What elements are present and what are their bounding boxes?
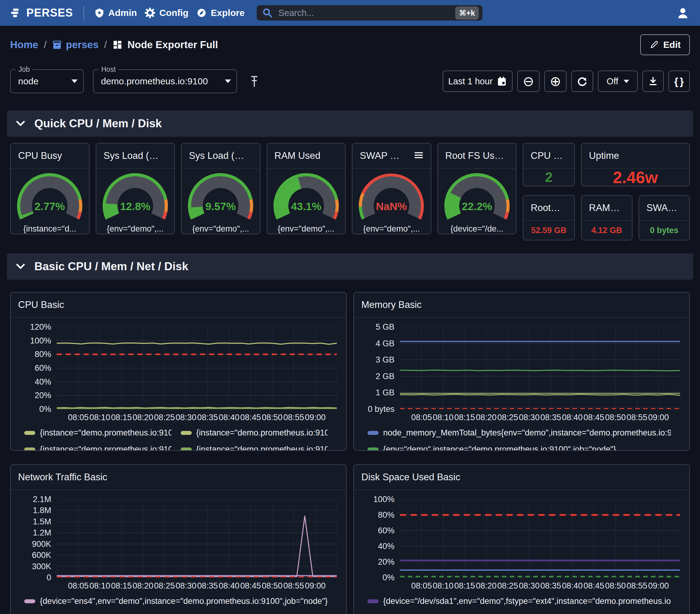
- stats-row-1: CPU …2Uptime2.46w: [523, 143, 690, 187]
- gauge-body: 2.77%{instance="d...: [11, 169, 89, 234]
- svg-text:12.8%: 12.8%: [120, 200, 150, 212]
- job-select[interactable]: Job node: [10, 69, 84, 93]
- x-axis-tick-label: 08:55: [284, 581, 304, 591]
- chart-canvas[interactable]: [57, 327, 337, 409]
- panel-header: Disk Space Used Basic: [354, 465, 689, 490]
- chart-plot[interactable]: [400, 499, 680, 577]
- gauge-chart[interactable]: NaN%: [354, 171, 428, 225]
- gauge-row: CPU Busy2.77%{instance="d...Sys Load (…1…: [10, 143, 690, 240]
- search-box[interactable]: ⌘+k: [257, 5, 483, 21]
- dashboard-title: Node Exporter Full: [127, 39, 218, 51]
- x-axis-tick-label: 08:55: [627, 581, 648, 591]
- refresh-icon: [577, 76, 588, 87]
- chart-body: 120%100%80%60%40%20%0%08:0508:1008:1508:…: [11, 318, 346, 451]
- x-axis-tick-label: 08:50: [262, 581, 283, 591]
- gauge-chart[interactable]: 9.57%: [184, 171, 257, 225]
- stat-panel: CPU …2: [523, 143, 575, 187]
- legend-item[interactable]: {instance="demo.prometheus.io:9100"}: [24, 426, 172, 440]
- legend-item[interactable]: {device="/dev/sda15",env="demo",fstype="…: [367, 611, 671, 614]
- gauge-panel: Sys Load (…9.57%{env="demo",...: [181, 143, 260, 234]
- panel-header: Sys Load (…: [96, 143, 175, 169]
- legend-item[interactable]: {instance="demo.prometheus.io:9100"}: [24, 442, 172, 451]
- nav-item-admin[interactable]: Admin: [95, 8, 137, 18]
- gauge-body: 9.57%{env="demo",...: [182, 169, 260, 234]
- x-axis-tick-label: 08:10: [90, 581, 110, 591]
- refresh-button[interactable]: [571, 71, 593, 92]
- compass-icon: [196, 8, 207, 18]
- panel-header: Memory Basic: [354, 292, 689, 318]
- chart-plot[interactable]: [57, 327, 337, 409]
- pushpin-icon: [248, 75, 260, 88]
- search-input[interactable]: [278, 8, 450, 18]
- stats-row-2: Root…52.59 GBRAM…4.12 GBSWA…0 bytes: [523, 195, 690, 240]
- gauge-chart[interactable]: 2.77%: [13, 171, 87, 225]
- panel-header: Root FS Us…: [438, 143, 516, 169]
- panel-title: Uptime: [589, 150, 619, 161]
- x-axis-tick-label: 08:45: [584, 581, 604, 591]
- json-view-button[interactable]: { }: [668, 71, 690, 92]
- x-axis-tick-label: 08:25: [154, 581, 175, 591]
- refresh-interval-select[interactable]: Off: [598, 71, 638, 92]
- nav-item-explore[interactable]: Explore: [196, 8, 245, 18]
- gauge-chart[interactable]: 12.8%: [99, 171, 172, 225]
- legend-item[interactable]: {instance="demo.prometheus.io:9100"}: [181, 442, 328, 451]
- chart-legend: {device="ens4",env="demo",instance="demo…: [24, 594, 328, 614]
- section-header-quick[interactable]: Quick CPU / Mem / Disk: [7, 110, 693, 137]
- legend-swatch: [181, 448, 192, 451]
- breadcrumb-home-link[interactable]: Home: [10, 39, 38, 51]
- zoom-in-button[interactable]: ⊕: [544, 71, 566, 92]
- time-range-button[interactable]: Last 1 hour: [443, 71, 513, 92]
- pencil-icon: [649, 40, 659, 49]
- legend-label: {device="/dev/sda1",env="demo",fstype="e…: [383, 597, 671, 606]
- x-axis-tick-label: 09:00: [648, 581, 669, 591]
- edit-button[interactable]: Edit: [640, 34, 690, 55]
- shield-star-icon: [95, 8, 104, 18]
- chevron-down-icon: [16, 263, 25, 270]
- zoom-out-button[interactable]: ⊖: [517, 71, 540, 92]
- chart-plot[interactable]: [400, 327, 680, 409]
- stat-panel: RAM…4.12 GB: [581, 195, 633, 240]
- variable-selectors: Job node Host demo.prometheus.io:9100: [10, 69, 260, 93]
- y-axis-tick-label: 60%: [35, 363, 51, 373]
- gauge-body: 12.8%{env="demo",...: [96, 169, 175, 234]
- host-select[interactable]: Host demo.prometheus.io:9100: [93, 69, 237, 93]
- circle-minus-icon: ⊖: [523, 75, 534, 88]
- breadcrumb-project-link[interactable]: perses: [52, 39, 99, 51]
- section-header-basic[interactable]: Basic CPU / Mem / Net / Disk: [7, 253, 693, 280]
- x-axis-tick-label: 08:45: [584, 413, 604, 422]
- search-shortcut-badge: ⌘+k: [455, 7, 479, 20]
- dashboard-icon: [112, 40, 123, 50]
- panel-header: Sys Load (…: [182, 143, 260, 169]
- x-axis-tick-label: 08:30: [519, 413, 540, 422]
- y-axis-tick-label: 3 GB: [375, 355, 395, 365]
- legend-item[interactable]: {instance="demo.prometheus.io:9100"}: [181, 426, 328, 440]
- gauge-chart[interactable]: 22.2%: [440, 171, 514, 225]
- chart-canvas[interactable]: [57, 499, 337, 577]
- legend-item[interactable]: {env="demo",instance="demo.prometheus.io…: [367, 442, 671, 451]
- gauge-panel: RAM Used43.1%{env="demo",...: [266, 143, 346, 234]
- x-axis-labels: 08:0508:1008:1508:2008:2508:3008:3508:40…: [57, 409, 337, 423]
- y-axis-tick-label: 2 GB: [375, 372, 395, 381]
- calendar-icon: [497, 76, 507, 87]
- perses-brand[interactable]: PERSES: [10, 7, 73, 19]
- gauge-chart[interactable]: 43.1%: [269, 171, 343, 225]
- chart-legend: {device="/dev/sda1",env="demo",fstype="e…: [367, 594, 671, 614]
- pin-variables-button[interactable]: [248, 75, 260, 88]
- chart-canvas[interactable]: [400, 499, 680, 577]
- account-button[interactable]: [676, 6, 690, 20]
- chart-canvas[interactable]: [400, 327, 680, 409]
- legend-item[interactable]: node_memory_MemTotal_bytes{env="demo",in…: [367, 426, 671, 440]
- y-axis-tick-label: 1.2M: [33, 528, 51, 538]
- legend-item[interactable]: {device="ens4",env="demo",instance="demo…: [24, 594, 328, 608]
- x-axis-tick-label: 08:05: [68, 413, 89, 422]
- nav-item-config[interactable]: Config: [145, 8, 188, 18]
- breadcrumb-current: Node Exporter Full: [112, 39, 218, 51]
- panel-menu-icon[interactable]: [414, 150, 423, 161]
- chart-plot[interactable]: [57, 499, 337, 577]
- gauge-series-label: {env="demo",...: [363, 224, 420, 234]
- legend-item[interactable]: {device="/dev/sda1",env="demo",fstype="e…: [367, 594, 671, 608]
- chevron-down-icon: [16, 121, 25, 127]
- x-axis-tick-label: 08:55: [627, 413, 648, 422]
- legend-item[interactable]: {device="lo",env="demo",instance="demo.p…: [24, 611, 328, 614]
- download-button[interactable]: [642, 71, 664, 92]
